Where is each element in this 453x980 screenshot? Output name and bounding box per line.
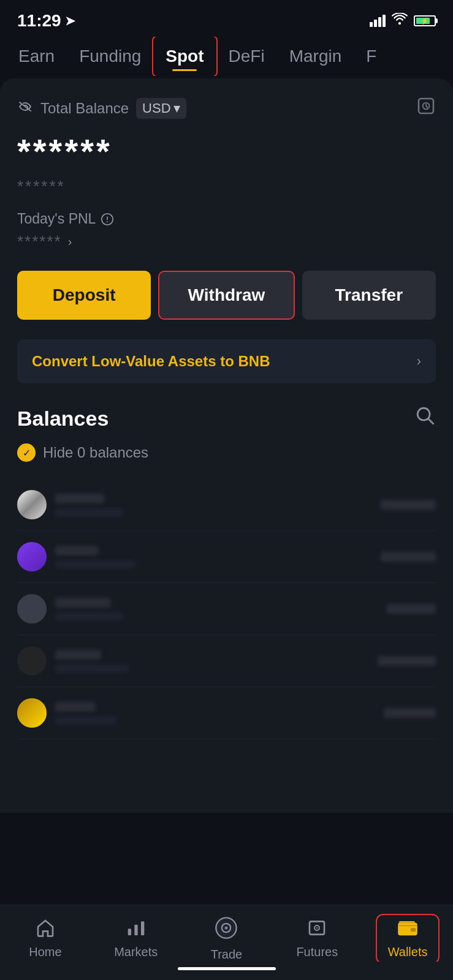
history-icon[interactable] [416,96,436,121]
nav-trade[interactable]: Trade [196,916,257,962]
bar3 [378,17,381,27]
convert-arrow-icon: › [417,353,421,369]
asset-left [17,542,135,571]
nav-markets[interactable]: Markets [105,919,167,959]
nav-home[interactable]: Home [15,919,76,959]
currency-badge[interactable]: USD ▾ [136,98,186,119]
futures-label: Futures [296,945,338,959]
asset-info [55,702,116,725]
asset-name [55,650,101,660]
asset-left [17,698,116,728]
battery-icon: ⚡ [414,15,436,26]
asset-value [378,656,436,666]
transfer-button[interactable]: Transfer [302,271,436,320]
asset-value [384,708,436,718]
asset-left [17,646,129,676]
tab-f[interactable]: F [354,37,389,76]
asset-icon [17,594,47,624]
pnl-value: ****** › [17,232,436,251]
tab-margin[interactable]: Margin [277,37,354,76]
tab-spot[interactable]: Spot [153,37,216,76]
balance-header: Total Balance USD ▾ [17,96,436,121]
asset-name [55,702,95,712]
bar4 [383,15,386,27]
convert-banner[interactable]: Convert Low-Value Assets to BNB › [17,339,436,383]
wallets-icon [397,919,418,941]
nav-wallets[interactable]: Wallets [377,915,438,963]
asset-right [387,604,436,614]
asset-sub [55,717,116,725]
home-icon [36,919,55,941]
asset-name [55,494,104,503]
asset-list [17,479,436,739]
asset-value [381,552,436,562]
bar2 [374,20,377,27]
total-balance-text: Total Balance [40,100,129,117]
asset-info [55,650,129,673]
asset-right [381,500,436,510]
hide-zero-row[interactable]: ✓ Hide 0 balances [17,443,436,462]
withdraw-button[interactable]: Withdraw [158,271,294,320]
deposit-button[interactable]: Deposit [17,271,151,320]
search-balances-button[interactable] [415,405,436,431]
location-arrow-icon: ➤ [65,13,75,28]
asset-value [387,604,436,614]
status-bar: 11:29 ➤ ⚡ [0,0,453,37]
trade-icon [215,916,238,944]
markets-icon [126,919,146,941]
asset-sub [55,508,123,516]
bar1 [370,22,373,27]
asset-icon [17,698,47,728]
home-indicator-bar [178,967,276,970]
svg-rect-14 [411,928,416,932]
balance-amount: ****** [17,131,436,171]
signal-bars [370,15,386,27]
balances-header: Balances [17,405,436,431]
asset-value [381,500,436,510]
hide-zero-label: Hide 0 balances [43,444,148,461]
asset-icon [17,490,47,519]
main-content: Total Balance USD ▾ ****** ****** Today'… [0,78,453,813]
asset-icon [17,646,47,676]
asset-name [55,598,110,608]
hide-balance-icon[interactable] [17,100,33,116]
asset-right [384,708,436,718]
action-buttons: Deposit Withdraw Transfer [17,271,436,320]
time-display: 11:29 [17,11,61,31]
asset-info [55,598,123,620]
asset-sub [55,612,123,620]
asset-info [55,546,135,568]
tab-earn[interactable]: Earn [6,37,67,76]
svg-rect-4 [128,929,131,935]
asset-row[interactable] [17,531,436,583]
wifi-icon [392,13,408,29]
asset-row[interactable] [17,635,436,687]
hide-zero-checkbox[interactable]: ✓ [17,443,36,462]
status-icons: ⚡ [370,13,436,29]
nav-futures[interactable]: Futures [286,919,348,959]
pnl-section: Today's PNL ****** › [17,211,436,251]
asset-sub [55,560,135,568]
tab-navigation: Earn Funding Spot DeFi Margin F [0,37,453,76]
status-time: 11:29 ➤ [17,11,75,31]
asset-row[interactable] [17,583,436,635]
balance-sub: ****** [17,177,436,196]
pnl-label: Today's PNL [17,211,436,227]
svg-point-12 [316,927,318,929]
tab-defi[interactable]: DeFi [216,37,277,76]
asset-row[interactable] [17,687,436,739]
markets-label: Markets [114,945,158,959]
home-indicator [0,962,453,980]
trade-label: Trade [211,948,243,962]
asset-row[interactable] [17,479,436,531]
svg-point-9 [225,927,228,930]
convert-text: Convert Low-Value Assets to BNB [32,353,270,370]
home-label: Home [29,945,61,959]
asset-right [381,552,436,562]
tab-funding[interactable]: Funding [67,37,153,76]
asset-icon [17,542,47,571]
pnl-arrow-icon: › [68,235,74,249]
wallets-label: Wallets [388,945,428,959]
asset-info [55,494,123,516]
svg-rect-6 [141,921,144,935]
